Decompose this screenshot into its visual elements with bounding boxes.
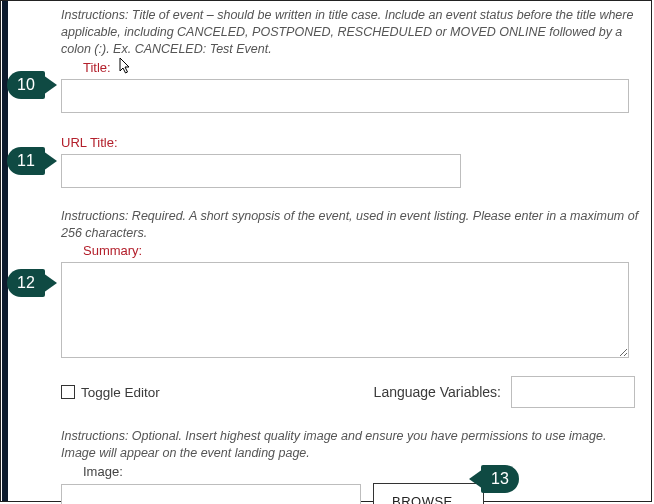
sidebar-stripe <box>2 1 8 501</box>
form-content: Instructions: Title of event – should be… <box>1 1 651 504</box>
language-variables-input[interactable] <box>511 376 635 408</box>
title-instructions: Instructions: Title of event – should be… <box>61 7 643 58</box>
url-title-label: URL Title: <box>61 135 643 150</box>
image-instructions: Instructions: Optional. Insert highest q… <box>61 428 643 462</box>
summary-textarea[interactable] <box>61 262 629 358</box>
editor-lang-row: Toggle Editor Language Variables: <box>61 376 643 408</box>
summary-label: Summary: <box>83 243 643 258</box>
summary-instructions: Instructions: Required. A short synopsis… <box>61 208 643 242</box>
url-title-input[interactable] <box>61 154 461 188</box>
title-input[interactable] <box>61 79 629 113</box>
toggle-editor-label: Toggle Editor <box>81 385 160 400</box>
form-panel: Instructions: Title of event – should be… <box>0 0 652 502</box>
browse-button[interactable]: BROWSE... <box>373 483 484 504</box>
image-path-input[interactable] <box>61 484 361 504</box>
toggle-editor-checkbox[interactable]: Toggle Editor <box>61 385 160 400</box>
image-row: BROWSE... <box>61 483 643 504</box>
language-variables-label: Language Variables: <box>374 384 501 400</box>
image-label: Image: <box>83 464 643 479</box>
language-variables-group: Language Variables: <box>374 376 635 408</box>
title-label: Title: <box>83 60 643 75</box>
checkbox-icon <box>61 385 75 399</box>
